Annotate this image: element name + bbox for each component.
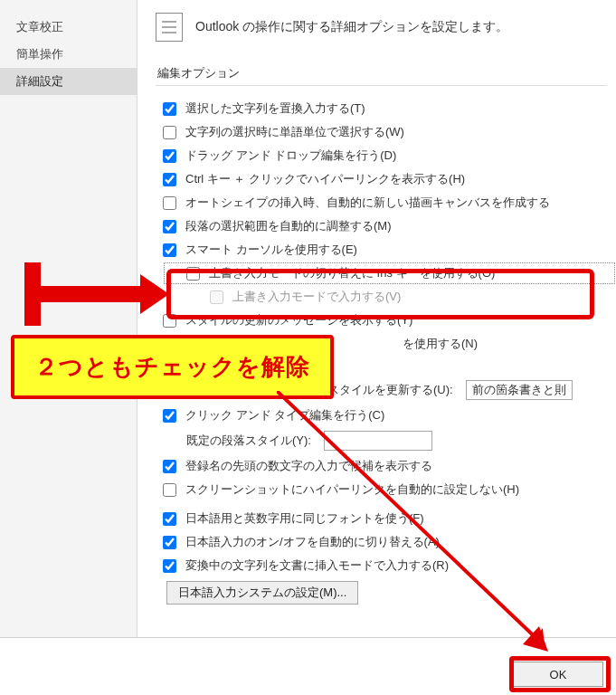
opt-drag-drop[interactable]: ドラッグ アンド ドロップ編集を行う(D): [163, 144, 616, 167]
opt-click-type[interactable]: クリック アンド タイプ編集を行う(C): [163, 404, 616, 427]
chk-screenshot-link[interactable]: [163, 483, 176, 497]
combo-style-update[interactable]: 前の箇条書きと則: [466, 380, 573, 400]
chk-smart-cursor[interactable]: [163, 243, 176, 257]
annotation-uncheck-callout: ２つともチェックを解除: [11, 335, 334, 399]
lbl-ctrl-click: Ctrl キー ＋ クリックでハイパーリンクを表示する(H): [185, 171, 465, 187]
lbl-word-select: 文字列の選択時に単語単位で選択する(W): [185, 124, 404, 140]
chk-drag-drop[interactable]: [163, 149, 176, 163]
group-edit-options: 編集オプション: [156, 60, 607, 86]
lbl-smart-cursor: スマート カーソルを使用する(E): [185, 242, 357, 258]
page-title: Outlook の操作に関する詳細オプションを設定します。: [195, 19, 508, 35]
opt-register-ime[interactable]: 登録名の先頭の数文字の入力で候補を表示する: [163, 454, 616, 478]
sidebar-item-advanced[interactable]: 詳細設定: [0, 68, 137, 95]
opt-same-font[interactable]: 日本語用と英数字用に同じフォントを使う(F): [163, 507, 616, 530]
opt-insert-mode[interactable]: 変換中の文字列を文書に挿入モードで入力する(R): [163, 554, 616, 577]
main-panel: Outlook の操作に関する詳細オプションを設定します。 編集オプション 選択…: [137, 0, 616, 637]
lbl-style-update-msg: スタイルの更新のメッセージを表示する(Y): [185, 312, 412, 328]
combo-default-para[interactable]: [324, 431, 432, 451]
chk-style-update-msg[interactable]: [163, 314, 176, 328]
chk-autoshape-canvas[interactable]: [163, 196, 176, 210]
lbl-same-font: 日本語用と英数字用に同じフォントを使う(F): [185, 510, 424, 527]
lbl-click-type: クリック アンド タイプ編集を行う(C): [185, 407, 384, 424]
chk-insert-mode[interactable]: [163, 559, 176, 573]
lbl-ins-toggle: 上書き入力モードの切り替えに Ins キーを使用する(O): [209, 265, 495, 281]
opt-ins-toggle[interactable]: 上書き入力モードの切り替えに Ins キーを使用する(O): [163, 262, 616, 285]
chk-para-select[interactable]: [163, 220, 176, 233]
chk-register-ime[interactable]: [163, 460, 176, 473]
row-default-para: 既定の段落スタイル(Y):: [163, 427, 616, 454]
sidebar-item-proofing[interactable]: 文章校正: [0, 14, 137, 41]
lbl-para-select: 段落の選択範囲を自動的に調整する(M): [185, 218, 392, 234]
opt-autoshape-canvas[interactable]: オートシェイプの挿入時、自動的に新しい描画キャンバスを作成する: [163, 191, 616, 214]
lbl-overtype: 上書き入力モードで入力する(V): [232, 289, 401, 305]
chk-replace-typing[interactable]: [163, 102, 176, 116]
ime-settings-button[interactable]: 日本語入力システムの設定(M)...: [166, 581, 358, 605]
chk-ctrl-click[interactable]: [163, 173, 176, 186]
chk-click-type[interactable]: [163, 409, 176, 423]
opt-overtype[interactable]: 上書き入力モードで入力する(V): [163, 285, 616, 309]
chk-overtype[interactable]: [210, 290, 223, 304]
opt-word-select[interactable]: 文字列の選択時に単語単位で選択する(W): [163, 120, 616, 144]
lbl-default-para: 既定の段落スタイル(Y):: [186, 433, 311, 449]
lbl-ime-auto: 日本語入力のオン/オフを自動的に切り替える(A): [185, 534, 440, 550]
lbl-register-ime: 登録名の先頭の数文字の入力で候補を表示する: [185, 458, 432, 474]
sidebar-item-ease[interactable]: 簡単操作: [0, 41, 137, 68]
options-page-icon: [156, 13, 183, 42]
lbl-screenshot-link: スクリーンショットにハイパーリンクを自動的に設定しない(H): [185, 481, 519, 498]
opt-screenshot-link[interactable]: スクリーンショットにハイパーリンクを自動的に設定しない(H): [163, 478, 616, 501]
lbl-insert-mode: 変換中の文字列を文書に挿入モードで入力する(R): [185, 557, 449, 574]
chk-same-font[interactable]: [163, 512, 176, 526]
lbl-autoshape-canvas: オートシェイプの挿入時、自動的に新しい描画キャンバスを作成する: [185, 195, 550, 211]
opt-smart-cursor[interactable]: スマート カーソルを使用する(E): [163, 238, 616, 262]
opt-ctrl-click[interactable]: Ctrl キー ＋ クリックでハイパーリンクを表示する(H): [163, 167, 616, 191]
opt-replace-typing[interactable]: 選択した文字列を置換入力する(T): [163, 97, 616, 120]
chk-word-select[interactable]: [163, 126, 176, 139]
chk-ime-auto[interactable]: [163, 536, 176, 549]
lbl-replace-typing: 選択した文字列を置換入力する(T): [185, 100, 365, 117]
opt-ime-auto[interactable]: 日本語入力のオン/オフを自動的に切り替える(A): [163, 530, 616, 554]
sidebar: 文章校正 簡単操作 詳細設定: [0, 0, 137, 637]
lbl-drag-drop: ドラッグ アンド ドロップ編集を行う(D): [185, 148, 396, 164]
ok-button[interactable]: OK: [513, 662, 603, 687]
chk-ins-toggle[interactable]: [186, 267, 200, 281]
opt-para-select[interactable]: 段落の選択範囲を自動的に調整する(M): [163, 214, 616, 238]
opt-style-update-msg[interactable]: スタイルの更新のメッセージを表示する(Y): [163, 309, 616, 332]
